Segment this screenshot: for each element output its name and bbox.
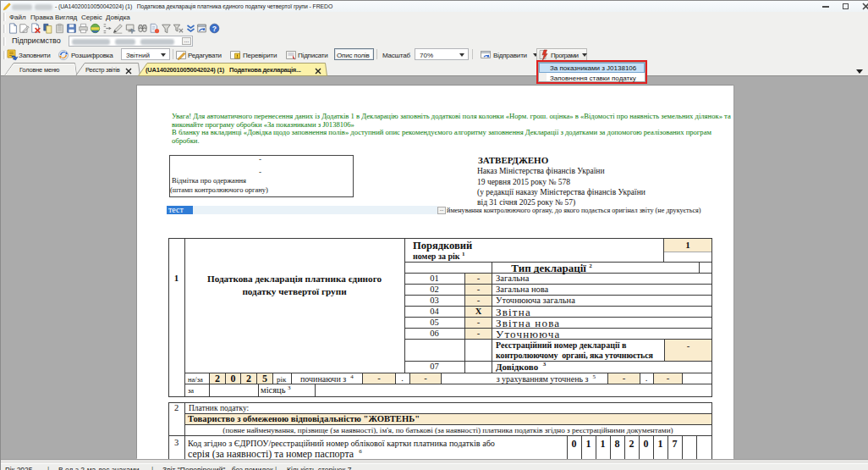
svg-text:?: ? [212,25,217,33]
